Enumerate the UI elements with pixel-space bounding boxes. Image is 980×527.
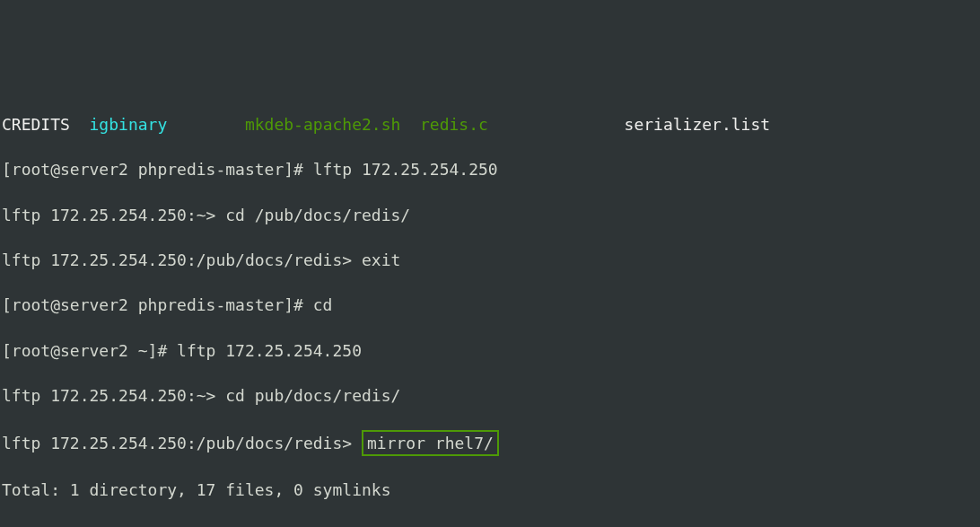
text: serializer.list <box>488 115 770 134</box>
output-line: lftp 172.25.254.250:/pub/docs/redis> exi… <box>2 249 978 271</box>
highlighted-command: mirror rhel7/ <box>362 430 499 456</box>
text-cyan: igbinary <box>70 115 167 134</box>
text: CREDITS <box>2 115 70 134</box>
output-line: lftp 172.25.254.250:~> cd /pub/docs/redi… <box>2 204 978 226</box>
output-line: CREDITS igbinary mkdeb-apache2.sh redis.… <box>2 113 978 136</box>
text-green: mkdeb-apache2.sh redis.c <box>167 115 488 134</box>
output-line: [root@server2 ~]# lftp 172.25.254.250 <box>2 339 978 362</box>
output-line: lftp 172.25.254.250:/pub/docs/redis> mir… <box>2 430 978 456</box>
output-line: [root@server2 phpredis-master]# lftp 172… <box>2 158 978 180</box>
output-line: Total: 1 directory, 17 files, 0 symlinks <box>2 479 978 501</box>
output-line: New: 17 files, 0 symlinks <box>2 523 978 527</box>
prompt-text: lftp 172.25.254.250:/pub/docs/redis> <box>2 434 362 452</box>
output-line: [root@server2 phpredis-master]# cd <box>2 294 978 316</box>
output-line: lftp 172.25.254.250:~> cd pub/docs/redis… <box>2 384 978 407</box>
terminal[interactable]: CREDITS igbinary mkdeb-apache2.sh redis.… <box>0 91 980 527</box>
